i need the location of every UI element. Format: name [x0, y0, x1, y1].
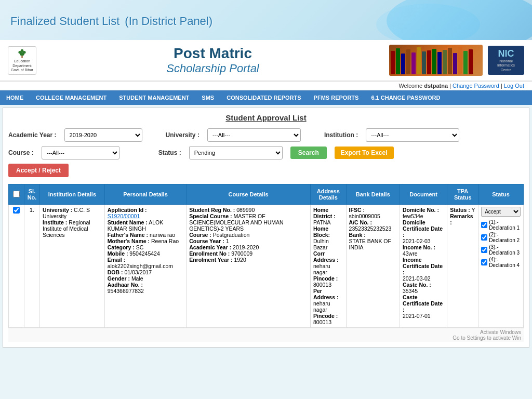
- row-checkbox[interactable]: [13, 207, 20, 214]
- acyear-label: Academic Year :: [189, 244, 231, 250]
- declaration-2-checkbox[interactable]: [481, 234, 487, 241]
- declaration-3-item: (3):- Declaration 3: [481, 244, 521, 256]
- gender-value: Male: [131, 275, 143, 282]
- welcome-user: dstpatna: [424, 83, 448, 89]
- domno-label: Domicile No. :: [403, 207, 439, 213]
- subtitle: (In District Panel): [125, 15, 212, 28]
- welcome-bar: Welcome dstpatna | Change Password | Log…: [0, 82, 532, 90]
- accept-reject-row: Accept / Reject: [8, 164, 524, 181]
- email-label: Email :: [108, 257, 125, 263]
- status-cell: Accept Reject (1):- Declaration 1 (2):- …: [478, 205, 524, 328]
- table-header-row: Sl. No. Institution Details Personal Det…: [9, 184, 524, 205]
- declaration-1-label: (1):- Declaration 1: [489, 219, 521, 231]
- portal-right: NIC NationalInformaticsCentre: [389, 45, 524, 76]
- nav-student-management[interactable]: STUDENT MANAGEMENT: [113, 90, 195, 105]
- dob-label: DOB :: [108, 269, 123, 275]
- declaration-2-label: (2):- Declaration 2: [489, 232, 521, 243]
- welcome-text: Welcome: [398, 83, 422, 89]
- declarations-container: (1):- Declaration 1 (2):- Declaration 2 …: [481, 219, 521, 268]
- cyear-label: Course Year :: [189, 238, 224, 244]
- mob-value: 9504245424: [129, 250, 159, 257]
- nav-home[interactable]: HOME: [0, 90, 30, 105]
- nav-pfms-reports[interactable]: PFMS REPORTS: [308, 90, 365, 105]
- row-sl: 1.: [24, 205, 40, 328]
- header-bank: Bank Details: [346, 184, 400, 205]
- main-title: Finalized Student List: [10, 15, 119, 28]
- logout-link[interactable]: Log Out: [504, 83, 524, 89]
- bank-value: STATE BANK OF INDIA: [349, 238, 391, 250]
- header-institution: Institution Details: [40, 184, 105, 205]
- appid-label: Application Id :: [108, 207, 147, 213]
- search-button[interactable]: Search: [290, 147, 327, 159]
- castedate-value: 2021-07-01: [403, 313, 431, 319]
- nav-sms[interactable]: SMS: [195, 90, 220, 105]
- declaration-4-label: (4):- Declaration 4: [489, 257, 521, 268]
- university-label: University :: [166, 131, 200, 139]
- accept-reject-button[interactable]: Accept / Reject: [8, 164, 69, 177]
- header-tpa: TPA Status: [447, 184, 478, 205]
- univ-label: University :: [43, 207, 72, 213]
- sname-label: Student Name :: [108, 219, 148, 225]
- institution-cell: University : C.C. S University Institute…: [40, 205, 105, 328]
- tpa-remarks-label: Remarks :: [450, 213, 473, 225]
- section-title: Student Approval List: [8, 113, 524, 122]
- course-cell: Student Reg No. : 089990 Special Course …: [187, 205, 311, 328]
- nav-bar: HOME COLLEGE MANAGEMENT STUDENT MANAGEME…: [0, 90, 532, 105]
- hblock-label: Home Block:: [313, 225, 330, 238]
- nav-change-password[interactable]: 6.1 CHANGE PASSWORD: [365, 90, 446, 105]
- course-select[interactable]: ---All---: [42, 146, 119, 159]
- personal-cell: Application Id : S1920/00001 Student Nam…: [104, 205, 186, 328]
- declaration-4-item: (4):- Declaration 4: [481, 257, 521, 268]
- org-name: Education Department Govt. of Bihar: [10, 59, 34, 72]
- enrollyr-label: Enrolment Year :: [189, 257, 232, 263]
- regno-value: 089990: [236, 207, 255, 213]
- domdate-label: Domicile Certificate Date :: [403, 219, 443, 238]
- pin-value: 800013: [313, 282, 331, 288]
- portal-title: Post Matric Scholarship Portal: [36, 45, 389, 75]
- declaration-2-item: (2):- Declaration 2: [481, 232, 521, 243]
- fname-label: Father's Name :: [108, 232, 148, 238]
- aadhaar-label: Aadhaar No. :: [108, 282, 143, 288]
- header-address: Address Details: [310, 184, 346, 205]
- cyear-value: 1: [226, 238, 229, 244]
- select-all-checkbox[interactable]: [13, 191, 20, 197]
- university-select[interactable]: ---All---: [207, 128, 301, 142]
- header-document: Document: [400, 184, 447, 205]
- nic-sublabel: NationalInformaticsCentre: [492, 59, 520, 72]
- filter-row-1: Academic Year : 2019-2020 University : -…: [8, 128, 524, 142]
- declaration-4-checkbox[interactable]: [481, 259, 487, 265]
- hdistrict-value: PATNA: [313, 219, 330, 225]
- page-title-area: Finalized Student List (In District Pane…: [0, 0, 532, 40]
- fname-value: nariwa rao: [150, 232, 175, 238]
- table-row: 1. University : C.C. S University Instit…: [9, 205, 524, 328]
- hdistrict-label: Home District :: [313, 207, 336, 219]
- nav-consolidated-reports[interactable]: CONSOLIDATED REPORTS: [220, 90, 307, 105]
- domno-value: few534e: [403, 213, 423, 219]
- academic-year-select[interactable]: 2019-2020: [64, 128, 142, 142]
- nav-college-management[interactable]: COLLEGE MANAGEMENT: [30, 90, 113, 105]
- peraddr-value: neharu nagar: [313, 300, 330, 313]
- hblock-value: Dulhin Bazar: [313, 238, 329, 250]
- mname-value: Reena Rao: [151, 238, 179, 244]
- corraddr-value: neharu nagar: [313, 263, 330, 275]
- sl-value: 1.: [30, 207, 34, 213]
- tpa-status-value: Y: [471, 207, 475, 213]
- appid-value[interactable]: S1920/00001: [108, 213, 140, 219]
- institution-select[interactable]: ---All---: [366, 128, 459, 142]
- tpa-cell: Status : Y Remarks :: [447, 205, 478, 328]
- export-button[interactable]: Export To Excel: [335, 147, 394, 159]
- declaration-3-checkbox[interactable]: [481, 247, 487, 253]
- change-password-link[interactable]: Change Password: [453, 83, 499, 89]
- declaration-1-checkbox[interactable]: [481, 222, 487, 228]
- status-select[interactable]: Pending: [189, 146, 283, 159]
- page-title: Finalized Student List (In District Pane…: [10, 8, 522, 30]
- watermark-text: Activate Windows: [480, 329, 521, 335]
- status-label: Status :: [158, 149, 181, 156]
- bank-label: Bank :: [349, 232, 366, 238]
- inst-label: Institute :: [43, 219, 67, 225]
- declaration-1-item: (1):- Declaration 1: [481, 219, 521, 231]
- status-dropdown[interactable]: Accept Reject: [481, 207, 521, 217]
- declaration-3-label: (3):- Declaration 3: [489, 244, 521, 256]
- incdate-label: Income Certificate Date :: [403, 257, 443, 275]
- incdate-value: 2021-03-02: [403, 275, 431, 282]
